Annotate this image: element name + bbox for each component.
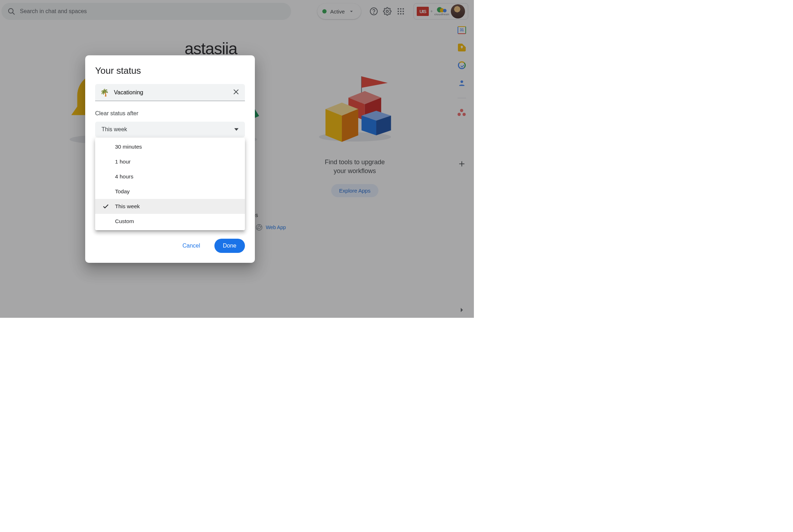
clear-status-text-button[interactable] (232, 88, 240, 97)
menu-option-label: 30 minutes (115, 144, 142, 150)
clear-status-after-select[interactable]: This week (95, 122, 245, 137)
status-text-input[interactable] (114, 89, 227, 96)
menu-option-label: 1 hour (115, 159, 131, 165)
clear-status-after-label: Clear status after (95, 110, 245, 117)
menu-option-label: Custom (115, 218, 134, 225)
dropdown-caret-icon (234, 127, 239, 132)
menu-option[interactable]: Custom (95, 214, 245, 229)
dialog-title: Your status (95, 65, 245, 76)
status-text-field[interactable]: 🌴 (95, 84, 245, 101)
menu-option-label: This week (115, 203, 140, 210)
cancel-button[interactable]: Cancel (174, 239, 209, 253)
check-icon (102, 203, 109, 211)
menu-option[interactable]: This week (95, 199, 245, 214)
menu-option[interactable]: Today (95, 184, 245, 199)
menu-option[interactable]: 30 minutes (95, 139, 245, 154)
status-emoji-icon[interactable]: 🌴 (100, 88, 109, 97)
menu-option-label: Today (115, 188, 130, 195)
menu-option[interactable]: 4 hours (95, 169, 245, 184)
done-button[interactable]: Done (214, 239, 245, 253)
your-status-dialog: Your status 🌴 Clear status after This we… (85, 55, 255, 263)
menu-option-label: 4 hours (115, 173, 133, 180)
select-value: This week (102, 126, 127, 133)
menu-option[interactable]: 1 hour (95, 154, 245, 169)
clear-status-after-menu: 30 minutes1 hour4 hoursTodayThis weekCus… (95, 138, 245, 230)
